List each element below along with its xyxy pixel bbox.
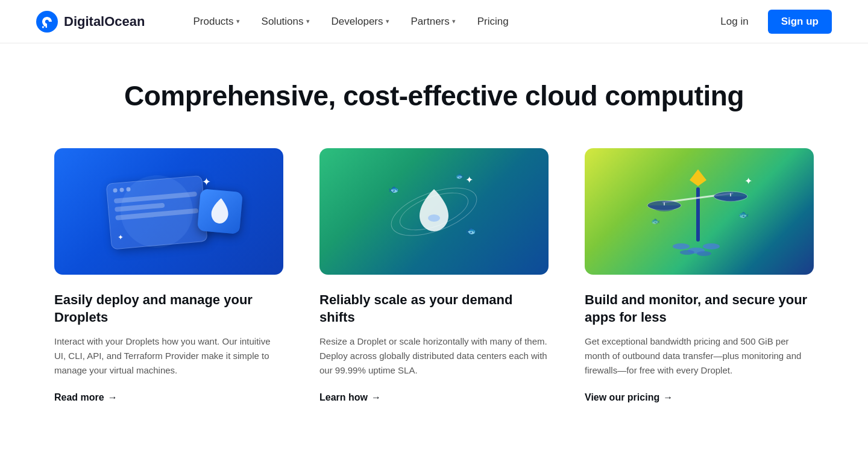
logo-text: DigitalOcean — [64, 14, 145, 30]
card-3-image: 🐟 🐟 ✦ — [585, 148, 814, 275]
nav-links: Products ▾ Solutions ▾ Developers ▾ Part… — [193, 16, 713, 28]
svg-point-12 — [673, 243, 690, 249]
svg-point-16 — [697, 251, 711, 256]
signup-button[interactable]: Sign up — [768, 10, 832, 34]
digitalocean-logo-icon — [36, 11, 58, 33]
svg-rect-2 — [42, 26, 44, 28]
chevron-down-icon: ▾ — [452, 17, 456, 25]
nav-products[interactable]: Products ▾ — [193, 16, 239, 28]
arrow-icon: → — [371, 392, 381, 403]
card-3-link[interactable]: View our pricing → — [585, 392, 814, 403]
card-pricing: 🐟 🐟 ✦ Build and monitor, and secure your… — [585, 148, 814, 403]
hero-title: Comprehensive, cost-effective cloud comp… — [48, 80, 820, 112]
nav-partners[interactable]: Partners ▾ — [411, 16, 456, 28]
feature-cards: ✦ ✦ Easily deploy and manage your Drople… — [48, 148, 820, 403]
login-button[interactable]: Log in — [713, 11, 755, 33]
navigation: DigitalOcean Products ▾ Solutions ▾ Deve… — [0, 0, 868, 43]
arrow-icon: → — [108, 392, 118, 403]
fish-icon: 🐟 — [389, 184, 399, 194]
scales-svg: 🐟 🐟 ✦ — [633, 157, 766, 266]
svg-text:🐟: 🐟 — [738, 210, 749, 220]
arrow-icon: → — [663, 392, 673, 403]
orbit-illustration: 🐟 🐟 🐟 ✦ — [386, 163, 482, 260]
card-2-link[interactable]: Learn how → — [319, 392, 549, 403]
logo-link[interactable]: DigitalOcean — [36, 11, 145, 33]
card-3-title: Build and monitor, and secure your apps … — [585, 292, 814, 326]
chevron-down-icon: ▾ — [306, 17, 310, 25]
svg-point-15 — [680, 250, 694, 255]
card-1-link[interactable]: Read more → — [54, 392, 283, 403]
nav-solutions[interactable]: Solutions ▾ — [262, 16, 310, 28]
droplet-center-icon — [416, 189, 452, 234]
svg-text:🐟: 🐟 — [651, 216, 660, 225]
card-1-image: ✦ ✦ — [54, 148, 283, 275]
card-3-description: Get exceptional bandwidth pricing and 50… — [585, 334, 814, 378]
card-scaling: 🐟 🐟 🐟 ✦ Reliably scale as your demand sh… — [319, 148, 549, 403]
svg-point-14 — [703, 243, 720, 249]
nav-actions: Log in Sign up — [713, 10, 832, 34]
svg-point-0 — [36, 11, 58, 33]
sparkle-icon: ✦ — [202, 175, 211, 189]
svg-rect-3 — [46, 26, 47, 27]
main-content: Comprehensive, cost-effective cloud comp… — [0, 43, 868, 451]
nav-pricing[interactable]: Pricing — [477, 16, 509, 28]
sparkle-icon: ✦ — [118, 233, 124, 242]
svg-point-4 — [428, 214, 440, 222]
sparkle-icon: ✦ — [465, 174, 473, 186]
fish-icon: 🐟 — [456, 172, 464, 180]
droplet-badge-illustration — [197, 189, 243, 234]
card-2-title: Reliably scale as your demand shifts — [319, 292, 549, 326]
card-2-description: Resize a Droplet or scale horizontally w… — [319, 334, 549, 378]
chevron-down-icon: ▾ — [236, 17, 240, 25]
fish-icon: 🐟 — [466, 226, 476, 236]
nav-developers[interactable]: Developers ▾ — [332, 16, 389, 28]
card-2-image: 🐟 🐟 🐟 ✦ — [319, 148, 549, 275]
scales-illustration: 🐟 🐟 ✦ — [633, 157, 766, 266]
svg-rect-5 — [696, 187, 700, 242]
card-1-description: Interact with your Droplets how you want… — [54, 334, 283, 378]
chevron-down-icon: ▾ — [386, 17, 389, 25]
svg-rect-1 — [44, 24, 46, 26]
svg-text:✦: ✦ — [744, 176, 752, 186]
card-droplets: ✦ ✦ Easily deploy and manage your Drople… — [54, 148, 283, 403]
card-1-title: Easily deploy and manage your Droplets — [54, 292, 283, 326]
svg-marker-6 — [690, 169, 706, 186]
